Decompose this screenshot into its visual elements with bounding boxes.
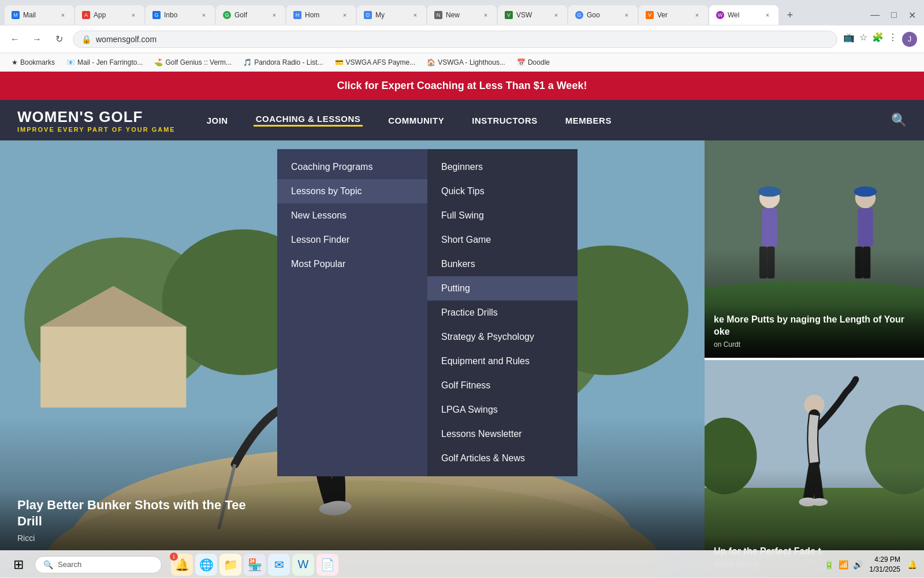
tab-label-goo: Goo bbox=[587, 11, 619, 19]
forward-button[interactable]: → bbox=[29, 34, 45, 45]
doodle-bm-label: Doodle bbox=[528, 58, 550, 66]
hero-text-block: Play Better Bunker Shots with the Tee Dr… bbox=[17, 497, 248, 543]
bookmarks-item-all[interactable]: ★ Bookmarks bbox=[7, 57, 59, 68]
network-icon: 📶 bbox=[839, 560, 848, 569]
taskbar-app-store[interactable]: 🏪 bbox=[244, 554, 266, 576]
dropdown-item-lesson-finder[interactable]: Lesson Finder bbox=[277, 228, 427, 252]
tab-golf[interactable]: G Golf × bbox=[216, 5, 285, 25]
dropdown-item-coaching-programs[interactable]: Coaching Programs bbox=[277, 155, 427, 179]
mail-bm-label: Mail - Jen Farringto... bbox=[77, 58, 143, 66]
tab-my[interactable]: D My × bbox=[357, 5, 426, 25]
bookmarks-item-golf[interactable]: ⛳ Golf Genius :: Verm... bbox=[150, 57, 236, 68]
tab-vsw[interactable]: V VSW × bbox=[498, 5, 567, 25]
tab-close-mail[interactable]: × bbox=[59, 12, 67, 18]
taskbar-search-box[interactable]: 🔍 Search bbox=[35, 556, 162, 573]
nav-link-coaching[interactable]: COACHING & LESSONS bbox=[254, 114, 363, 127]
promo-banner[interactable]: Click for Expert Coaching at Less Than $… bbox=[0, 72, 924, 100]
dropdown-item-strategy[interactable]: Strategy & Psychology bbox=[427, 325, 578, 349]
dropdown-item-new-lessons[interactable]: New Lessons bbox=[277, 203, 427, 228]
system-clock[interactable]: 4:29 PM 1/31/2025 bbox=[870, 555, 900, 575]
bookmarks-bar: ★ Bookmarks 📧 Mail - Jen Farringto... ⛳ … bbox=[0, 53, 924, 72]
tab-close-inbox[interactable]: × bbox=[200, 12, 208, 18]
taskbar-app-edge[interactable]: 🌐 bbox=[195, 554, 217, 576]
maximize-button[interactable]: □ bbox=[888, 10, 900, 20]
logo[interactable]: WOMEN'S GOLF IMPROVE EVERY PART OF YOUR … bbox=[17, 108, 176, 133]
dropdown-item-equipment[interactable]: Equipment and Rules bbox=[427, 349, 578, 373]
dropdown-item-golf-fitness[interactable]: Golf Fitness bbox=[427, 373, 578, 398]
system-tray-icons: 🔋 📶 🔊 bbox=[824, 560, 863, 569]
bookmarks-item-lighthouse[interactable]: 🏠 VSWGA - Lighthous... bbox=[422, 57, 510, 68]
tab-close-wel[interactable]: × bbox=[763, 12, 772, 18]
dropdown-item-practice-drills[interactable]: Practice Drills bbox=[427, 301, 578, 325]
dropdown-item-articles[interactable]: Golf Articles & News bbox=[427, 446, 578, 470]
tab-wel[interactable]: W Wel × bbox=[709, 5, 778, 25]
screen-cast-icon[interactable]: 📺 bbox=[843, 32, 855, 47]
dropdown-item-most-popular[interactable]: Most Popular bbox=[277, 252, 427, 276]
bookmarks-item-mail[interactable]: 📧 Mail - Jen Farringto... bbox=[62, 57, 147, 68]
bookmark-star-icon[interactable]: ☆ bbox=[859, 32, 867, 47]
browser-action-icons: 📺 ☆ 🧩 ⋮ J bbox=[843, 32, 917, 47]
tab-label-app: App bbox=[94, 11, 126, 19]
url-input[interactable]: 🔒 womensgolf.com bbox=[73, 31, 837, 48]
extensions-icon[interactable]: 🧩 bbox=[872, 32, 884, 47]
dropdown-item-short-game[interactable]: Short Game bbox=[427, 228, 578, 252]
tab-close-golf[interactable]: × bbox=[270, 12, 278, 18]
dropdown-item-quick-tips[interactable]: Quick Tips bbox=[427, 179, 578, 203]
tab-close-my[interactable]: × bbox=[411, 12, 419, 18]
hero-title: Play Better Bunker Shots with the Tee Dr… bbox=[17, 497, 248, 530]
tab-close-goo[interactable]: × bbox=[623, 12, 631, 18]
taskbar-app-word[interactable]: W bbox=[292, 554, 314, 576]
dropdown-item-bunkers[interactable]: Bunkers bbox=[427, 252, 578, 276]
tab-close-ver[interactable]: × bbox=[693, 12, 701, 18]
taskbar-app-mail[interactable]: ✉ bbox=[268, 554, 290, 576]
tab-close-hom[interactable]: × bbox=[341, 12, 349, 18]
doodle-favicon-icon: 📅 bbox=[517, 58, 526, 66]
taskbar-app-notification[interactable]: 🔔 1 bbox=[171, 554, 193, 576]
tab-ver[interactable]: V Ver × bbox=[639, 5, 708, 25]
dropdown-item-lessons-by-topic[interactable]: Lessons by Topic bbox=[277, 179, 427, 203]
search-icon[interactable]: 🔍 bbox=[891, 113, 907, 128]
dropdown-menu: Coaching Programs Lessons by Topic New L… bbox=[0, 149, 924, 476]
reload-button[interactable]: ↻ bbox=[51, 34, 67, 45]
dropdown-item-beginners[interactable]: Beginners bbox=[427, 155, 578, 179]
edge-icon: 🌐 bbox=[199, 558, 214, 572]
new-tab-button[interactable]: + bbox=[782, 7, 798, 23]
profile-avatar[interactable]: J bbox=[902, 32, 917, 47]
back-button[interactable]: ← bbox=[7, 34, 23, 45]
dropdown-item-lpga[interactable]: LPGA Swings bbox=[427, 398, 578, 422]
bookmarks-item-vswga[interactable]: 💳 VSWGA AFS Payme... bbox=[330, 57, 420, 68]
dropdown-item-full-swing[interactable]: Full Swing bbox=[427, 203, 578, 228]
dropdown-col2: Beginners Quick Tips Full Swing Short Ga… bbox=[427, 149, 578, 476]
logo-title: WOMEN'S GOLF bbox=[17, 108, 176, 126]
start-button[interactable]: ⊞ bbox=[7, 553, 30, 576]
taskbar-app-explorer[interactable]: 📁 bbox=[219, 554, 241, 576]
nav-link-members[interactable]: MEMBERS bbox=[563, 116, 614, 125]
dropdown-item-newsletter[interactable]: Lessons Newsletter bbox=[427, 422, 578, 446]
bookmarks-item-doodle[interactable]: 📅 Doodle bbox=[512, 57, 554, 68]
minimize-button[interactable]: — bbox=[867, 10, 883, 20]
tab-goo[interactable]: G Goo × bbox=[568, 5, 638, 25]
dropdown-item-putting[interactable]: Putting bbox=[427, 276, 578, 301]
nav-link-instructors[interactable]: INSTRUCTORS bbox=[470, 116, 540, 125]
taskbar-search-icon: 🔍 bbox=[43, 560, 53, 569]
taskbar: ⊞ 🔍 Search 🔔 1 🌐 📁 🏪 ✉ W 📄 🔋 📶 bbox=[0, 550, 924, 578]
bookmarks-item-pandora[interactable]: 🎵 Pandora Radio - List... bbox=[239, 57, 327, 68]
tab-hom[interactable]: H Hom × bbox=[286, 5, 356, 25]
taskbar-app-pdf[interactable]: 📄 bbox=[316, 554, 338, 576]
nav-link-join[interactable]: JOIN bbox=[204, 116, 230, 125]
tab-close-vsw[interactable]: × bbox=[552, 12, 560, 18]
tab-mail[interactable]: M Mail × bbox=[5, 5, 74, 25]
pandora-bm-label: Pandora Radio - List... bbox=[254, 58, 323, 66]
tab-new[interactable]: N New × bbox=[427, 5, 497, 25]
nav-link-community[interactable]: COMMUNITY bbox=[386, 116, 446, 125]
notifications-icon[interactable]: 🔔 bbox=[907, 560, 917, 569]
tab-close-new[interactable]: × bbox=[482, 12, 490, 18]
tab-close-app[interactable]: × bbox=[129, 12, 137, 18]
close-button[interactable]: ✕ bbox=[905, 10, 919, 21]
tab-label-golf: Golf bbox=[234, 11, 267, 19]
tab-label-hom: Hom bbox=[305, 11, 337, 19]
more-options-icon[interactable]: ⋮ bbox=[888, 32, 897, 47]
tab-app[interactable]: A App × bbox=[75, 5, 144, 25]
volume-icon: 🔊 bbox=[853, 560, 863, 569]
tab-inbox[interactable]: G Inbo × bbox=[146, 5, 215, 25]
